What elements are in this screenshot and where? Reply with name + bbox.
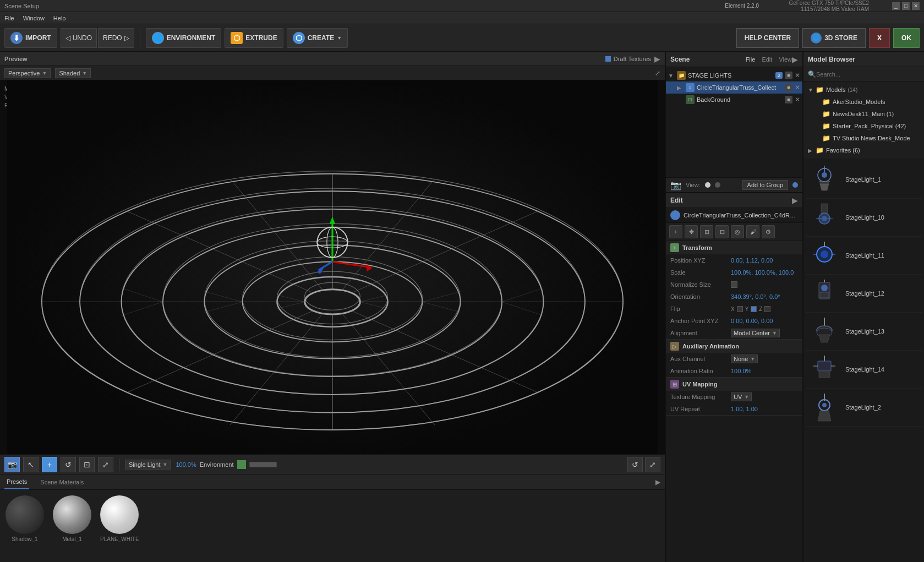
- scene-expand-button[interactable]: ▶: [792, 55, 798, 64]
- viewport-fullscreen-button[interactable]: ⤢: [655, 69, 660, 77]
- scene-tab-edit[interactable]: Edit: [762, 56, 772, 63]
- material-white-plane[interactable]: PLANE_WHITE: [100, 495, 139, 542]
- alignment-row: Alignment Model Center ▼: [666, 327, 802, 339]
- et-move-btn[interactable]: ✥: [685, 225, 698, 238]
- position-value[interactable]: 0.00, 1.12, 0.00: [731, 257, 773, 264]
- extrude-button[interactable]: ⬡ EXTRUDE: [225, 28, 283, 48]
- thumb-stagelight-2[interactable]: StageLight_2: [806, 389, 922, 427]
- select-button[interactable]: ↖: [23, 457, 39, 472]
- view-dot-3[interactable]: [792, 182, 798, 188]
- anchor-value[interactable]: 0.00, 0.00, 0.00: [731, 318, 773, 324]
- mb-folder-icon-aker: 📁: [822, 98, 830, 106]
- view-dot-1[interactable]: [705, 182, 710, 188]
- flip-z-checkbox[interactable]: [764, 306, 770, 312]
- et-grid-btn[interactable]: ⊞: [700, 225, 713, 238]
- mb-tree-akerstudio[interactable]: 📁 AkerStudio_Models: [803, 96, 924, 108]
- normalize-checkbox[interactable]: [731, 281, 737, 288]
- minimize-button[interactable]: _: [892, 2, 900, 10]
- menu-file[interactable]: File: [4, 15, 14, 21]
- help-center-button[interactable]: HELP CENTER: [736, 28, 799, 48]
- et-settings-btn[interactable]: ⚙: [762, 225, 775, 238]
- menu-help[interactable]: Help: [53, 15, 66, 21]
- draft-textures-checkbox[interactable]: [605, 56, 611, 62]
- camera-button[interactable]: 📷: [4, 457, 20, 472]
- environment-color-swatch[interactable]: [237, 460, 246, 469]
- thumb-stagelight-13[interactable]: StageLight_13: [806, 313, 922, 351]
- thumb-stagelight-11[interactable]: StageLight_11: [806, 237, 922, 275]
- redo-button[interactable]: REDO ▷: [98, 28, 134, 48]
- scene-tab-view[interactable]: View: [779, 56, 792, 63]
- search-input[interactable]: [816, 71, 920, 78]
- create-button[interactable]: ⬡ CREATE ▼: [287, 28, 348, 48]
- flip-x-checkbox[interactable]: [737, 306, 743, 312]
- close-button[interactable]: ✕: [912, 2, 920, 10]
- auxiliary-section-header[interactable]: ▷ Auxiliary Animation: [666, 340, 802, 353]
- thumb-stagelight-12[interactable]: StageLight_12: [806, 275, 922, 313]
- light-selector[interactable]: Single Light ▼: [125, 460, 171, 470]
- menu-window[interactable]: Window: [23, 15, 45, 21]
- environment-button[interactable]: 🌐 ENVIRONMENT: [146, 28, 222, 48]
- tree-item-truss[interactable]: ▶ ○ CircleTriangularTruss_Collect ■ ✕: [666, 81, 802, 94]
- aux-channel-select[interactable]: None ▼: [731, 354, 758, 363]
- materials-expand-button[interactable]: ▶: [655, 478, 660, 486]
- mb-tree-tv-studio[interactable]: 📁 TV Studio News Desk_Mode: [803, 132, 924, 144]
- material-metal[interactable]: Metal_1: [53, 495, 91, 542]
- shaded-dropdown[interactable]: Shaded ▼: [55, 68, 91, 78]
- add-to-group-button[interactable]: Add to Group: [742, 180, 788, 190]
- tree-item-stage-lights[interactable]: ▼ 📁 STAGE LIGHTS 2 ■ ✕: [666, 69, 802, 81]
- uv-repeat-value[interactable]: 1.00, 1.00: [731, 406, 758, 412]
- import-button[interactable]: ⬇ IMPORT: [4, 28, 57, 48]
- mb-tree-starter[interactable]: 📁 Starter_Pack_Physical (42): [803, 120, 924, 132]
- et-layout-btn[interactable]: ⊟: [715, 225, 729, 238]
- viewport-expand-button[interactable]: ▶: [654, 54, 660, 63]
- add-button[interactable]: +: [42, 457, 57, 472]
- camera-view-icon[interactable]: 📷: [670, 180, 681, 190]
- mb-tree-models[interactable]: ▼ 📁 Models (14): [803, 84, 924, 96]
- tree-vis-btn-3[interactable]: ■: [785, 96, 792, 103]
- mb-tree-favorites[interactable]: ▶ 📁 Favorites (6): [803, 144, 924, 156]
- environment-bar[interactable]: [249, 462, 277, 467]
- tree-close-bg[interactable]: ✕: [795, 96, 800, 103]
- alignment-select[interactable]: Model Center ▼: [731, 329, 780, 337]
- thumb-stagelight-14[interactable]: StageLight_14: [806, 351, 922, 389]
- 3d-store-button[interactable]: 🌐 3D STORE: [802, 28, 866, 48]
- tab-scene-materials[interactable]: Scene Materials: [38, 474, 86, 489]
- undo-button[interactable]: ◁ UNDO: [61, 28, 97, 48]
- scene-tab-file[interactable]: File: [746, 56, 756, 63]
- viewport-header-right: Draft Textures ▶: [605, 54, 660, 63]
- viewport-3d[interactable]: Model: C:/Users/Murat/Desktop/32/32-Circ…: [0, 80, 665, 454]
- mb-tree-newsdesk[interactable]: 📁 NewsDesk11_Main (1): [803, 108, 924, 120]
- scale-value[interactable]: 100.0%, 100.0%, 100.0: [731, 269, 794, 276]
- tree-close-stage[interactable]: ✕: [795, 72, 800, 79]
- transform-section-header[interactable]: + Transform: [666, 241, 802, 254]
- tree-close-truss[interactable]: ✕: [795, 84, 800, 91]
- tree-vis-btn-2[interactable]: ■: [785, 84, 792, 91]
- tree-expand-2-icon: ▶: [677, 85, 684, 91]
- thumb-stagelight-1[interactable]: StageLight_1: [806, 161, 922, 199]
- et-obj-btn[interactable]: ◎: [731, 225, 744, 238]
- tab-presets[interactable]: Presets: [4, 474, 29, 489]
- fullscreen-button[interactable]: ⤢: [645, 457, 660, 472]
- texture-mapping-select[interactable]: UV ▼: [731, 392, 752, 401]
- thumb-stagelight-10[interactable]: StageLight_10: [806, 199, 922, 237]
- flip-y-checkbox[interactable]: [751, 306, 757, 312]
- et-add-btn[interactable]: +: [669, 225, 682, 238]
- frame-button[interactable]: ⊡: [79, 457, 95, 472]
- view-dot-2[interactable]: [715, 182, 720, 188]
- auxiliary-title: Auxiliary Animation: [682, 343, 739, 350]
- et-paint-btn[interactable]: 🖌: [746, 225, 759, 238]
- material-shadow[interactable]: Shadow_1: [6, 495, 44, 542]
- anim-ratio-value[interactable]: 100.0%: [731, 368, 751, 374]
- refresh-button[interactable]: ↺: [61, 457, 76, 472]
- edit-expand-button[interactable]: ▶: [792, 196, 798, 205]
- x-button[interactable]: X: [869, 28, 890, 48]
- tree-visibility-btn[interactable]: ■: [785, 72, 792, 79]
- orientation-value[interactable]: 340.39°, 0.0°, 0.0°: [731, 293, 780, 300]
- ok-button[interactable]: OK: [893, 28, 920, 48]
- perspective-dropdown[interactable]: Perspective ▼: [4, 68, 51, 78]
- uv-section-header[interactable]: ⊞ UV Mapping: [666, 378, 802, 391]
- align-button[interactable]: ⤢: [98, 457, 113, 472]
- tree-item-background[interactable]: □ BackGround ■ ✕: [666, 94, 802, 106]
- reset-view-button[interactable]: ↺: [627, 457, 643, 472]
- maximize-button[interactable]: □: [902, 2, 910, 10]
